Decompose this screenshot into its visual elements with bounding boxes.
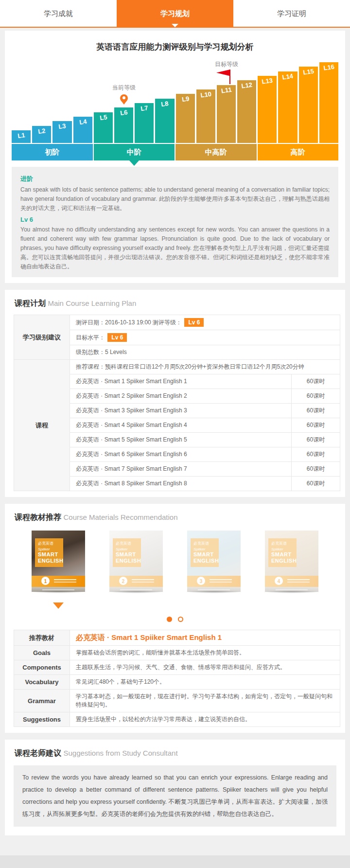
level-bar-l14: L14	[278, 71, 297, 143]
book-label: 必克英语 Spiiker SMART ENGLISH	[268, 538, 297, 567]
level-bar-l16: L16	[319, 62, 338, 143]
band-upper-intermediate: 中高阶	[175, 144, 257, 160]
table-row: 课程 推荐课程：预科课程日常口语12个月周5次20分钟+资深外教日常口语12个月…	[14, 360, 340, 374]
row-label: Suggestions	[14, 712, 70, 727]
stage-heading: 进阶	[20, 175, 330, 183]
book-brand-cn: 必克英语	[193, 541, 217, 546]
book-number-badge: 4	[275, 577, 283, 585]
level-bar-l7: L7	[135, 103, 154, 143]
course-hours: 60课时	[292, 404, 340, 418]
table-row: Suggestions 置身生活场景中，以轻松的方法学习常用表达，建立说英语的自…	[14, 712, 340, 727]
course-hours: 60课时	[292, 477, 340, 491]
course-hours: 60课时	[292, 447, 340, 462]
consultant-title-en: Suggestions from Study Consultant	[63, 749, 177, 757]
book-brand: Spiiker	[116, 547, 139, 551]
table-row: Vocabulary 常见词汇480个，基础句子120个。	[14, 675, 340, 690]
book-brand: Spiiker	[271, 547, 295, 551]
book-title-line2: ENGLISH	[116, 558, 139, 564]
row-value: 学习基本时态，如一般现在时，现在进行时。学习句子基本结构，如肯定句，否定句，一般…	[70, 690, 340, 712]
target-level-cell: 目标水平： Lv 6	[70, 330, 340, 345]
course-name: 必克英语 · Smart 3 Spiiker Smart English 3	[70, 404, 292, 418]
book-shelf	[180, 592, 248, 598]
course-header: 课程	[14, 360, 70, 491]
course-plan-title: 课程计划 Main Course Learning Plan	[12, 298, 338, 315]
level-bars: L1 L2 L3 L4 L5 L6 L7 L8 L9 L10 L11 L12 L…	[12, 60, 338, 143]
book-bottom-band: 2	[109, 576, 163, 587]
book-title-line2: ENGLISH	[38, 558, 61, 564]
tab-learning-plan[interactable]: 学习规划	[117, 0, 233, 27]
book-band-decoration	[132, 579, 154, 580]
band-advanced: 高阶	[258, 144, 339, 160]
stage-description: Can speak with lots of basic sentence pa…	[20, 185, 330, 213]
course-name: 必克英语 · Smart 1 Spiiker Smart English 1	[70, 374, 292, 389]
target-level-text: 目标水平：	[76, 334, 105, 341]
level-bar-l15: L15	[299, 67, 318, 143]
level-bar-l12: L12	[237, 80, 256, 143]
footer-strip	[0, 855, 350, 868]
book-slot-2: 必克英语 Spiiker SMART ENGLISH 2	[102, 531, 170, 598]
level-heading: Lv 6	[20, 216, 330, 223]
book-bottom-band: 3	[187, 576, 241, 587]
target-level-flag-icon	[229, 70, 230, 84]
level-bar-l9: L9	[176, 94, 195, 143]
course-plan-table: 学习级别建议 测评日期：2016-10-13 19:00 测评等级： Lv 6 …	[14, 315, 340, 491]
pager-dot-1[interactable]	[167, 617, 172, 622]
course-hours: 60课时	[292, 374, 340, 389]
tab-learning-achievement[interactable]: 学习成就	[0, 0, 117, 27]
row-label: Components	[14, 660, 70, 675]
materials-title-en: Course Materials Recommendation	[63, 513, 177, 521]
level-advice-header: 学习级别建议	[14, 315, 70, 360]
level-bar-l10: L10	[196, 89, 215, 143]
level-bar-l1: L1	[12, 130, 31, 143]
assess-date-text: 测评日期：2016-10-13 19:00 测评等级：	[76, 319, 182, 326]
book-bottom-band: 4	[265, 576, 318, 587]
consultant-card: 课程老师建议 Suggestions from Study Consultant…	[5, 740, 345, 835]
tab-learning-certificate[interactable]: 学习证明	[233, 0, 350, 27]
row-value: 主题联系生活，学习问候、天气、交通、食物、情感等常用语和提问、应答方式。	[70, 660, 340, 675]
course-name: 必克英语 · Smart 6 Spiiker Smart English 6	[70, 447, 292, 462]
consultant-title-zh: 课程老师建议	[15, 749, 61, 757]
row-value: 常见词汇480个，基础句子120个。	[70, 675, 340, 690]
course-name: 必克英语 · Smart 8 Spiiker Smart English 8	[70, 477, 292, 491]
consultant-title: 课程老师建议 Suggestions from Study Consultant	[12, 747, 338, 764]
book-cover-1[interactable]: 必克英语 Spiiker SMART ENGLISH 1	[32, 531, 85, 593]
level-bar-l4: L4	[73, 117, 92, 143]
book-carousel: 必克英语 Spiiker SMART ENGLISH 1 必克英语 Spiike…	[12, 529, 338, 598]
table-row: Goals 掌握基础会话所需的词汇，能听懂并就基本生活场景作简单回答。	[14, 646, 340, 660]
table-row: Grammar 学习基本时态，如一般现在时，现在进行时。学习句子基本结构，如肯定…	[14, 690, 340, 712]
book-cover-4[interactable]: 必克英语 Spiiker SMART ENGLISH 4	[265, 531, 318, 593]
row-value: 掌握基础会话所需的词汇，能听懂并就基本生活场景作简单回答。	[70, 646, 340, 660]
book-title-line1: SMART	[271, 551, 295, 558]
course-plan-title-zh: 课程计划	[15, 299, 46, 307]
book-brand: Spiiker	[193, 547, 217, 551]
material-detail-table: 推荐教材 必克英语 · Smart 1 Spiiker Smart Englis…	[14, 630, 340, 727]
course-plan-title-en: Main Course Learning Plan	[48, 299, 136, 307]
course-hours: 60课时	[292, 389, 340, 404]
book-label: 必克英语 Spiiker SMART ENGLISH	[191, 538, 219, 567]
book-number-badge: 2	[119, 577, 127, 585]
course-materials-card: 课程教材推荐 Course Materials Recommendation 必…	[5, 504, 345, 733]
book-brand-cn: 必克英语	[116, 541, 139, 546]
book-cover-2[interactable]: 必克英语 Spiiker SMART ENGLISH 2	[109, 531, 163, 593]
total-levels-cell: 级别总数：5 Levels	[70, 345, 340, 360]
course-name: 必克英语 · Smart 4 Spiiker Smart English 4	[70, 418, 292, 433]
table-row: Components 主题联系生活，学习问候、天气、交通、食物、情感等常用语和提…	[14, 660, 340, 675]
active-band-pointer-icon	[129, 160, 139, 171]
current-level-label: 当前等级	[112, 84, 136, 92]
book-title-line1: SMART	[193, 551, 217, 558]
book-band-decoration	[287, 579, 310, 580]
book-band-decoration	[210, 579, 232, 580]
course-hours: 60课时	[292, 433, 340, 447]
assess-date-cell: 测评日期：2016-10-13 19:00 测评等级： Lv 6	[70, 315, 340, 330]
materials-title: 课程教材推荐 Course Materials Recommendation	[12, 512, 338, 529]
course-name: 必克英语 · Smart 5 Spiiker Smart English 5	[70, 433, 292, 447]
pager-dot-2[interactable]	[178, 617, 183, 622]
table-row: 推荐教材 必克英语 · Smart 1 Spiiker Smart Englis…	[14, 630, 340, 646]
book-cover-3[interactable]: 必克英语 Spiiker SMART ENGLISH 3	[187, 531, 241, 593]
level-bar-l6: L6	[114, 107, 133, 143]
top-tab-bar: 学习成就 学习规划 学习证明	[0, 0, 350, 28]
page-title: 英语语言应用能力测评级别与学习规划分析	[12, 41, 338, 53]
assess-level-badge: Lv 6	[184, 318, 204, 327]
target-level-badge: Lv 6	[107, 333, 127, 342]
recommended-material-value: 必克英语 · Smart 1 Spiiker Smart English 1	[70, 630, 340, 646]
